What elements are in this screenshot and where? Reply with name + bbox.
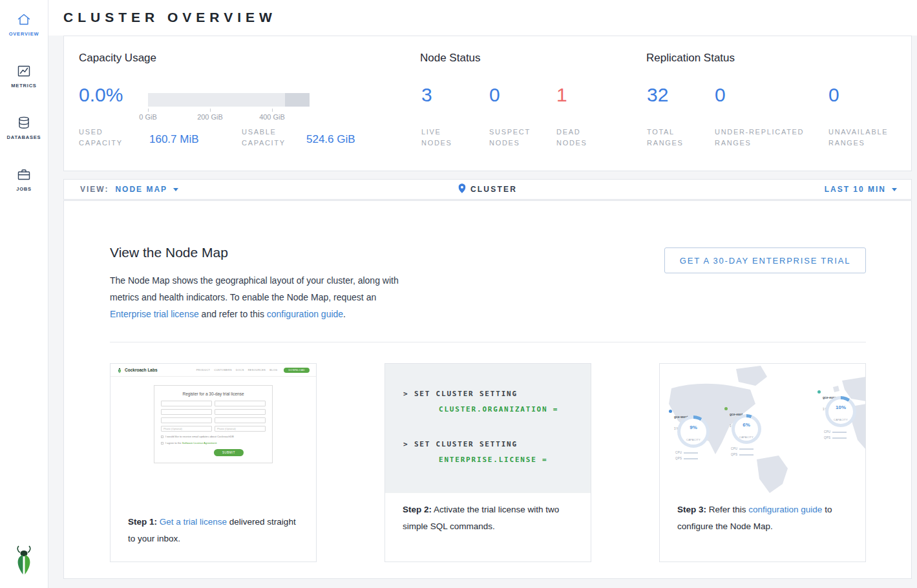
sidebar-item-label: JOBS — [16, 186, 32, 192]
step2-caption: Step 2: Activate the trial license with … — [385, 493, 591, 543]
cockroachdb-logo — [13, 545, 35, 579]
configuration-guide-link[interactable]: configuration guide — [267, 309, 343, 319]
time-range-dropdown[interactable]: LAST 10 MIN — [825, 180, 897, 199]
suspect-nodes-count: 0 — [489, 84, 500, 106]
configuration-guide-link[interactable]: configuration guide — [748, 505, 822, 514]
capacity-usage-title: Capacity Usage — [79, 52, 156, 65]
checkbox-icon — [161, 442, 163, 445]
mini-input — [161, 417, 212, 423]
mini-form-title: Register for a 30-day trial license — [161, 392, 266, 396]
sidebar-item-jobs[interactable]: JOBS — [0, 167, 48, 192]
cluster-dot-icon — [724, 407, 728, 410]
live-nodes-label: LIVENODES — [421, 127, 452, 149]
steps-row: Cockroach Labs PRODUCT CUSTOMERS DOCS RE… — [110, 363, 866, 562]
capacity-donut-gauge: 9%CAPACITY — [677, 415, 710, 448]
gauge-tick-label: 200 GiB — [191, 113, 229, 121]
mini-metric-qps: QPS — [675, 456, 698, 461]
checkbox-icon — [161, 436, 163, 438]
mini-metric-cpu: CPU — [675, 450, 698, 456]
under-replicated-count: 0 — [715, 84, 726, 106]
mini-input — [215, 417, 266, 423]
gauge-tick — [210, 109, 211, 112]
chevron-down-icon — [892, 188, 897, 191]
map-pin-icon — [458, 184, 465, 195]
step1-card: Cockroach Labs PRODUCT CUSTOMERS DOCS RE… — [110, 363, 317, 562]
mini-register-form: Register for a 30-day trial license Phon… — [154, 385, 273, 463]
step3-card: gce-west3 Nodes gce-east3 Nodes gce-euro… — [659, 363, 866, 562]
gauge-tick — [148, 109, 149, 112]
mini-metric-cpu: CPU — [731, 446, 754, 452]
step3-node-map-preview: gce-west3 Nodes gce-east3 Nodes gce-euro… — [660, 364, 865, 493]
capacity-gauge — [148, 93, 310, 107]
usable-capacity-value: 524.6 GiB — [306, 133, 355, 146]
capacity-used-percent: 0.0% — [79, 84, 123, 106]
mini-metric-qps: QPS — [731, 452, 754, 457]
mini-checkbox-row: I would like to receive email updates ab… — [161, 435, 266, 438]
get-trial-license-link[interactable]: Get a trial license — [160, 517, 227, 527]
live-nodes-count: 3 — [421, 84, 432, 106]
cluster-dot-icon — [817, 390, 821, 394]
mini-checkbox-row: I agree to the Software License Agreemen… — [161, 441, 266, 445]
gauge-tick-label: 0 GiB — [129, 113, 167, 121]
under-replicated-label: UNDER-REPLICATEDRANGES — [715, 127, 804, 149]
sidebar-item-databases[interactable]: DATABASES — [0, 115, 48, 140]
sidebar-item-label: OVERVIEW — [9, 31, 39, 37]
sidebar: OVERVIEW METRICS DATABASES — [0, 0, 48, 588]
total-ranges-count: 32 — [647, 84, 668, 106]
briefcase-icon — [16, 167, 32, 182]
mini-brand: Cockroach Labs — [125, 368, 158, 372]
gauge-tick — [272, 109, 273, 112]
view-toolbar: VIEW: NODE MAP CLUSTER LAST 10 MIN — [63, 179, 912, 200]
main-content: CLUSTER OVERVIEW Capacity Usage 0.0% 0 G… — [48, 0, 917, 588]
divider — [110, 342, 866, 342]
home-icon — [16, 12, 32, 27]
panel-heading: View the Node Map — [110, 245, 228, 260]
panel-description: The Node Map shows the geographical layo… — [110, 272, 404, 322]
view-label: VIEW: — [80, 185, 109, 194]
mini-input — [161, 401, 212, 406]
capacity-donut-gauge: 10%CAPACITY — [825, 396, 856, 427]
mini-metric-cpu: CPU — [824, 430, 847, 435]
sidebar-item-overview[interactable]: OVERVIEW — [0, 12, 48, 37]
usable-capacity-label: USABLECAPACITY — [242, 127, 286, 149]
mini-cockroach-logo-icon — [117, 364, 122, 376]
capacity-donut-gauge: 6%CAPACITY — [732, 414, 761, 444]
mini-submit-button: SUBMIT — [214, 449, 244, 456]
view-mode-dropdown[interactable]: NODE MAP — [115, 185, 178, 194]
step1-caption: Step 1: Get a trial license delivered st… — [111, 505, 316, 556]
chevron-down-icon — [173, 188, 178, 191]
mini-nav: PRODUCT CUSTOMERS DOCS RESOURCES BLOG — [196, 369, 278, 372]
replication-status-title: Replication Status — [646, 52, 735, 65]
step3-caption: Step 3: Refer this configuration guide t… — [660, 493, 865, 543]
enterprise-trial-license-link[interactable]: Enterprise trial license — [110, 309, 199, 319]
databases-icon — [16, 115, 32, 131]
sidebar-item-metrics[interactable]: METRICS — [0, 63, 48, 89]
dead-nodes-count: 1 — [556, 84, 567, 106]
cluster-summary-card: Capacity Usage 0.0% 0 GiB 200 GiB 400 Gi… — [63, 36, 912, 171]
step2-code-block: > SET CLUSTER SETTING CLUSTER.ORGANIZATI… — [385, 364, 591, 493]
mini-input — [161, 409, 212, 415]
mini-site-header: Cockroach Labs PRODUCT CUSTOMERS DOCS RE… — [111, 364, 316, 377]
mini-input-phone: Phone (Optional) — [161, 426, 212, 432]
sidebar-item-label: METRICS — [11, 83, 36, 89]
sidebar-item-label: DATABASES — [7, 134, 41, 140]
suspect-nodes-label: SUSPECTNODES — [489, 127, 531, 149]
mini-metric-qps: QPS — [824, 436, 847, 441]
unavailable-ranges-label: UNAVAILABLERANGES — [828, 127, 888, 149]
node-map-panel: View the Node Map The Node Map shows the… — [63, 200, 912, 579]
enterprise-trial-button[interactable]: GET A 30-DAY ENTERPRISE TRIAL — [664, 247, 866, 273]
metrics-icon — [16, 63, 32, 79]
capacity-gauge-nonusable — [285, 93, 310, 107]
dead-nodes-label: DEADNODES — [556, 127, 587, 149]
mini-input — [215, 401, 266, 406]
used-capacity-label: USEDCAPACITY — [79, 127, 123, 149]
page-title: CLUSTER OVERVIEW — [63, 10, 277, 25]
step2-card: > SET CLUSTER SETTING CLUSTER.ORGANIZATI… — [385, 363, 591, 562]
cluster-dot-icon — [669, 410, 672, 413]
mini-input-phone: Phone (Optional) — [215, 426, 266, 432]
unavailable-ranges-count: 0 — [828, 84, 839, 106]
breadcrumb-cluster[interactable]: CLUSTER — [458, 180, 517, 199]
node-status-title: Node Status — [420, 52, 481, 65]
step1-screenshot: Cockroach Labs PRODUCT CUSTOMERS DOCS RE… — [111, 364, 316, 505]
mini-input — [215, 409, 266, 415]
